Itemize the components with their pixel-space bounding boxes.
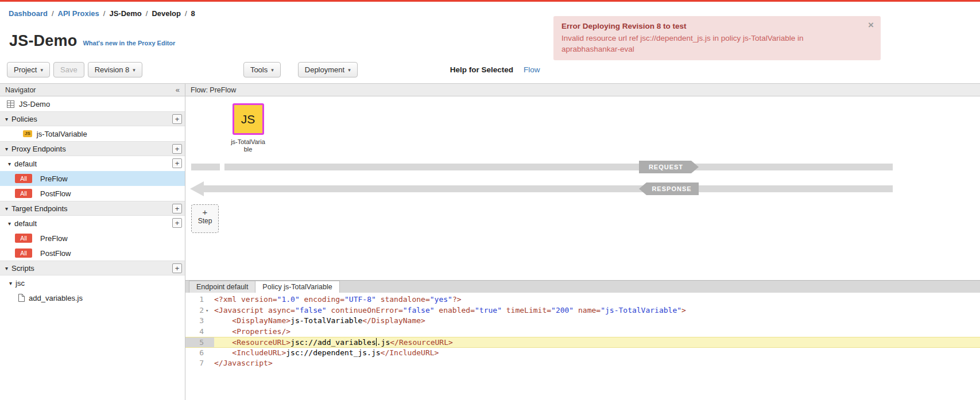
add-button-target-endpoints[interactable]: + — [172, 204, 182, 213]
policy-node-js-totalvariable[interactable]: JS js-TotalVariable — [230, 103, 266, 153]
navigator-section-target-endpoints[interactable]: ▾Target Endpoints+ — [0, 201, 185, 216]
code-token: encoding= — [300, 295, 344, 304]
project-button-label: Project — [14, 65, 37, 74]
code-text: <ResourceURL>jsc://add_variables.js</Res… — [214, 337, 980, 347]
nav-item-label: Scripts — [11, 264, 34, 273]
navigator-item-preflow[interactable]: AllPreFlow — [0, 231, 185, 246]
code-text: <Properties/> — [214, 327, 980, 337]
gutter: 3 — [185, 316, 214, 327]
code-line-6[interactable]: 6 <IncludeURL>jsc://dependent_js.js</Inc… — [185, 348, 980, 359]
content-row: JS-Demo▾Policies+JSjs-TotalVariable▾Prox… — [0, 96, 980, 400]
deployment-button[interactable]: Deployment ▾ — [298, 62, 358, 77]
add-button-default[interactable]: + — [172, 158, 182, 168]
code-token: </ResourceURL> — [390, 338, 453, 347]
code-token: name= — [574, 306, 601, 314]
navigator-panel: JS-Demo▾Policies+JSjs-TotalVariable▾Prox… — [0, 96, 185, 400]
navigator-item-postflow[interactable]: AllPostFlow — [0, 246, 185, 261]
navigator-section-scripts[interactable]: ▾Scripts+ — [0, 261, 185, 275]
line-number: 7 — [185, 358, 204, 369]
whats-new-link[interactable]: What's new in the Proxy Editor — [83, 40, 175, 46]
code-token: </Javascript> — [214, 359, 273, 367]
navigator-item-postflow[interactable]: AllPostFlow — [0, 186, 185, 201]
add-button-scripts[interactable]: + — [172, 263, 182, 273]
save-button[interactable]: Save — [53, 62, 84, 77]
tab-policy-js-totalvariable[interactable]: Policy js-TotalVariable — [255, 281, 339, 293]
proxy-icon — [7, 100, 14, 108]
breadcrumb-item-8[interactable]: 8 — [191, 9, 195, 18]
breadcrumb-separator: / — [185, 9, 187, 18]
breadcrumb-item-js-demo[interactable]: JS-Demo — [109, 9, 141, 18]
navigator-item-js-totalvariable[interactable]: JSjs-TotalVariable — [0, 126, 185, 141]
breadcrumb-item-dashboard[interactable]: Dashboard — [9, 9, 48, 18]
all-badge: All — [15, 189, 32, 198]
gutter: 5 — [185, 337, 214, 347]
response-arrow-icon — [190, 181, 204, 196]
close-icon[interactable]: × — [868, 20, 874, 31]
breadcrumb-item-develop[interactable]: Develop — [152, 9, 181, 18]
code-token: <Properties/> — [232, 327, 290, 336]
fold-icon[interactable]: ▾ — [206, 305, 208, 316]
flow-panel-title: Flow: PreFlow — [191, 86, 236, 94]
navigator-item-default[interactable]: ▾default+ — [0, 156, 185, 171]
code-line-3[interactable]: 3 <DisplayName>js-TotalVariable</Display… — [185, 316, 980, 327]
all-badge: All — [15, 174, 32, 183]
navigator-item-js-demo[interactable]: JS-Demo — [0, 96, 185, 111]
collapse-navigator-button[interactable]: « — [176, 86, 180, 94]
chevron-down-icon: ▾ — [348, 67, 351, 73]
code-token: ?> — [452, 295, 462, 304]
breadcrumb-separator: / — [146, 9, 148, 18]
tools-button[interactable]: Tools ▾ — [243, 62, 281, 77]
breadcrumb-item-api-proxies[interactable]: API Proxies — [58, 9, 99, 18]
add-step-button-label: Step — [192, 217, 218, 225]
main-column: JS js-TotalVariable REQUEST RESPONSE + S… — [185, 96, 980, 400]
gutter: 4 — [185, 327, 214, 337]
flow-help-link[interactable]: Flow — [524, 65, 540, 74]
navigator-section-policies[interactable]: ▾Policies+ — [0, 111, 185, 126]
code-token: jsc://add_variables — [290, 338, 376, 347]
add-button-default[interactable]: + — [172, 218, 182, 228]
chevron-down-icon: ▾ — [40, 67, 43, 73]
navigator-item-add-variables-js[interactable]: add_variables.js — [0, 290, 185, 305]
code-token: </IncludeURL> — [381, 348, 439, 357]
add-button-policies[interactable]: + — [172, 114, 182, 124]
chevron-down-icon: ▾ — [5, 265, 8, 271]
nav-item-label: Target Endpoints — [11, 204, 68, 213]
toolbar: Project ▾ Save Revision 8 ▾ Tools ▾ Depl… — [0, 56, 980, 83]
request-flow-line — [224, 164, 893, 170]
gutter: 6 — [185, 348, 214, 359]
file-icon — [18, 294, 25, 302]
line-number: 6 — [185, 348, 204, 359]
add-step-button[interactable]: + Step — [191, 204, 219, 233]
navigator-item-preflow[interactable]: AllPreFlow — [0, 171, 185, 186]
navigator-item-default[interactable]: ▾default+ — [0, 216, 185, 231]
code-line-2[interactable]: 2▾<Javascript async="false" continueOnEr… — [185, 305, 980, 316]
javascript-policy-icon[interactable]: JS — [233, 103, 264, 135]
code-token — [214, 338, 232, 347]
code-text: </Javascript> — [214, 358, 980, 369]
code-token: .js — [377, 338, 390, 347]
code-token: <Javascript — [214, 306, 268, 314]
add-button-proxy-endpoints[interactable]: + — [172, 144, 182, 154]
code-line-5[interactable]: 5 <ResourceURL>jsc://add_variables.js</R… — [185, 337, 980, 348]
navigator-item-jsc[interactable]: ▾jsc — [0, 275, 185, 290]
line-number: 5 — [185, 337, 204, 347]
page-title: JS-Demo — [9, 32, 77, 50]
code-token: timeLimit= — [502, 306, 551, 314]
code-text: <Javascript async="false" continueOnErro… — [214, 305, 980, 316]
chevron-down-icon: ▾ — [271, 67, 274, 73]
revision-button[interactable]: Revision 8 ▾ — [88, 62, 142, 77]
code-line-7[interactable]: 7</Javascript> — [185, 358, 980, 369]
nav-item-label: PostFlow — [40, 249, 71, 258]
code-line-4[interactable]: 4 <Properties/> — [185, 327, 980, 337]
navigator-title: Navigator — [5, 86, 36, 94]
tab-endpoint-default[interactable]: Endpoint default — [189, 281, 255, 293]
navigator-section-proxy-endpoints[interactable]: ▾Proxy Endpoints+ — [0, 141, 185, 156]
code-editor[interactable]: 1<?xml version="1.0" encoding="UTF-8" st… — [185, 293, 980, 400]
panel-headers: Navigator « Flow: PreFlow — [0, 83, 980, 96]
code-line-1[interactable]: 1<?xml version="1.0" encoding="UTF-8" st… — [185, 294, 980, 305]
revision-button-label: Revision 8 — [95, 65, 130, 74]
line-number: 1 — [185, 294, 204, 305]
error-banner-message: Invalid resource url ref jsc://dependent… — [561, 33, 857, 55]
project-button[interactable]: Project ▾ — [7, 62, 50, 77]
code-token: <?xml — [214, 295, 241, 304]
